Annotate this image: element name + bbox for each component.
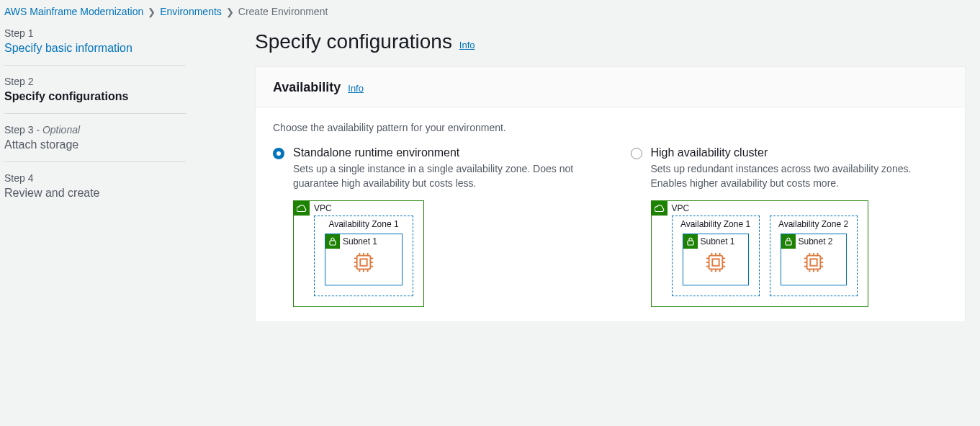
subnet-label: Subnet 1 — [343, 236, 377, 247]
lock-icon — [781, 234, 796, 249]
option-title: High availability cluster — [651, 146, 948, 159]
divider — [4, 65, 186, 66]
az-label: Availability Zone 2 — [770, 219, 857, 229]
wizard-steps: Step 1 Specify basic information Step 2 … — [0, 20, 203, 322]
vpc-label: VPC — [314, 203, 332, 213]
page-title: Specify configurations — [255, 30, 452, 53]
step-title: Review and create — [4, 187, 199, 200]
svg-rect-16 — [709, 256, 722, 270]
step-number: Step 4 — [4, 172, 33, 184]
svg-rect-2 — [360, 259, 367, 266]
cpu-icon — [803, 252, 824, 273]
option-standalone[interactable]: Standalone runtime environment Sets up a… — [273, 146, 590, 307]
divider — [4, 113, 186, 114]
step-title: Specify configurations — [4, 90, 199, 103]
info-link[interactable]: Info — [459, 40, 475, 50]
step-number: Step 3 - Optional — [4, 124, 80, 136]
svg-rect-32 — [810, 259, 817, 266]
step-item[interactable]: Step 4 Review and create — [4, 172, 199, 200]
svg-rect-1 — [357, 256, 371, 270]
cloud-icon — [294, 201, 310, 216]
vpc-label: VPC — [672, 203, 690, 213]
info-link[interactable]: Info — [348, 83, 364, 94]
architecture-diagram: VPC Availability Zone 1 — [293, 200, 590, 307]
breadcrumb-service[interactable]: AWS Mainframe Modernization — [4, 6, 143, 17]
panel-title: Availability — [273, 80, 341, 94]
subnet-label: Subnet 2 — [799, 236, 833, 247]
divider — [4, 161, 186, 162]
svg-rect-31 — [806, 256, 820, 270]
lock-icon — [683, 234, 698, 249]
cpu-icon — [353, 252, 374, 273]
hint-text: Choose the availability pattern for your… — [273, 122, 948, 133]
availability-panel: Availability Info Choose the availabilit… — [255, 66, 966, 322]
option-high-availability[interactable]: High availability cluster Sets up redund… — [631, 146, 948, 307]
az-label: Availability Zone 1 — [673, 219, 759, 229]
radio-selected-icon[interactable] — [273, 148, 284, 159]
breadcrumb-current: Create Environment — [238, 6, 328, 17]
subnet-label: Subnet 1 — [701, 236, 735, 247]
az-label: Availability Zone 1 — [315, 219, 413, 229]
step-item[interactable]: Step 2 Specify configurations — [4, 76, 199, 103]
breadcrumb-parent[interactable]: Environments — [160, 6, 222, 17]
step-title: Attach storage — [4, 138, 199, 151]
step-number: Step 1 — [4, 27, 33, 39]
step-item[interactable]: Step 3 - Optional Attach storage — [4, 124, 199, 151]
cloud-icon — [652, 201, 667, 216]
cpu-icon — [705, 252, 727, 273]
breadcrumb: AWS Mainframe Modernization ❯ Environmen… — [0, 0, 980, 20]
step-item[interactable]: Step 1 Specify basic information — [4, 27, 199, 55]
option-title: Standalone runtime environment — [293, 146, 590, 159]
lock-icon — [325, 234, 340, 249]
option-desc: Sets up redundant instances across two a… — [651, 162, 948, 190]
chevron-right-icon: ❯ — [148, 6, 156, 17]
svg-rect-0 — [330, 241, 336, 245]
svg-rect-30 — [786, 241, 791, 245]
step-title: Specify basic information — [4, 42, 199, 55]
option-desc: Sets up a single instance in a single av… — [293, 162, 590, 190]
svg-rect-17 — [712, 259, 719, 266]
chevron-right-icon: ❯ — [226, 6, 234, 17]
main-content: Specify configurations Info Availability… — [203, 20, 980, 322]
svg-rect-15 — [688, 241, 693, 245]
radio-unselected-icon[interactable] — [631, 148, 642, 159]
architecture-diagram: VPC Availability Zone 1 — [651, 200, 948, 307]
step-number: Step 2 — [4, 76, 33, 87]
